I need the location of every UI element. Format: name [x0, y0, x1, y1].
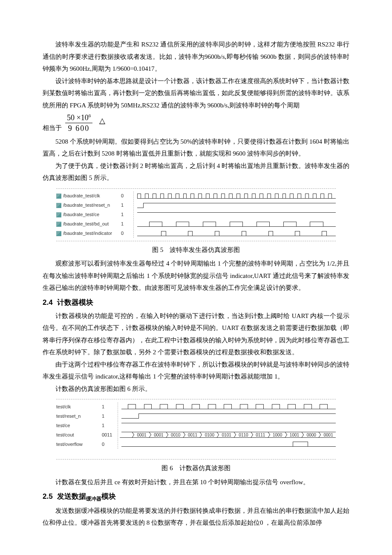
wave-icon — [56, 212, 61, 217]
para-counter-clock: 由于这两个过程中移位寄存器工作在波特率时钟下，所以计数器模块的时钟就是与波特率时… — [43, 358, 349, 383]
wave-bus-track: 0001000100100011010001010110011110001001… — [121, 431, 336, 439]
wave-track — [137, 202, 336, 209]
para-sim-setup: 为了便于仿真，使计数器计到 2 时将输出置高，之后计到 4 时将输出置地并且重新… — [43, 160, 349, 184]
heading-number: 2.4 — [43, 298, 53, 306]
formula-numerator: 50 ×10 — [67, 113, 89, 122]
wave-icon — [56, 194, 61, 199]
wave-signal-name: test/clk — [56, 402, 71, 411]
wave-label: test/cout — [56, 431, 101, 439]
wave-row: test/reset_n1 — [56, 411, 336, 421]
bus-value: 0010 — [168, 432, 183, 438]
bus-value: 1000 — [270, 432, 285, 438]
bus-value: 0100 — [202, 432, 217, 438]
heading-title-post: 模块 — [101, 492, 116, 500]
wave-init-value: 0 — [120, 229, 134, 238]
formula-exponent: 6 — [89, 113, 91, 118]
figure-5-caption: 图 5 波特率发生器仿真波形图 — [43, 244, 349, 256]
wave-init-value: 0011 — [101, 431, 118, 439]
wave-signal-name: /baudrate_test/clk — [63, 191, 100, 200]
wave-row: /baudrate_test/bd_out1 — [56, 220, 336, 229]
wave-label: test/clk — [56, 402, 101, 411]
para-observe-wave: 观察波形可以看到波特率发生器每经过 4 个时钟周期输出 1 个完整的波特率时钟周… — [43, 257, 349, 294]
wave-signal-name: test/reset_n — [56, 412, 81, 421]
wave-label: test/ce — [56, 421, 101, 430]
bus-value: 0001 — [151, 432, 166, 438]
wave-init-value: 1 — [120, 210, 134, 219]
bus-value: 0110 — [236, 432, 251, 438]
para-5208-cycles: 5208 个系统时钟周期。假如要得到占空比为 50%的波特率时钟，只要使得计数器… — [43, 136, 349, 160]
wave-signal-name: /baudrate_test/indicator — [63, 229, 112, 238]
wave-row: test/overflow0 — [56, 439, 336, 449]
wave-icon — [56, 231, 61, 236]
bus-value: 0011 — [185, 432, 200, 438]
wave-signal-name: /baudrate_test/reset_n — [63, 201, 110, 210]
para-counter-overflow: 计数器在复位后并且 ce 有效时开始计数，并且在第 10 个时钟周期输出提示信号… — [43, 476, 349, 489]
heading-2-5: 2.5发送数据缓冲器模块 — [43, 490, 349, 504]
wave-row: /baudrate_test/clk0 — [56, 191, 336, 201]
wave-row: test/cout0011000100010010001101000101011… — [56, 430, 336, 439]
wave-label: /baudrate_test/indicator — [56, 229, 120, 238]
heading-title-pre: 发送数据 — [57, 492, 86, 500]
wave-track — [137, 211, 336, 219]
wave-init-value: 0 — [120, 191, 134, 200]
wave-row: test/clk1 — [56, 402, 336, 411]
heading-number: 2.5 — [43, 492, 53, 500]
wave-row: /baudrate_test/ce1 — [56, 210, 336, 220]
wave-label: test/overflow — [56, 440, 101, 449]
bus-value — [121, 432, 132, 438]
formula-fraction: 50 ×106 9 600 △ — [65, 113, 105, 134]
wave-init-value: 1 — [120, 201, 134, 210]
wave-track — [121, 412, 336, 420]
wave-track — [137, 192, 336, 200]
wave-label: /baudrate_test/ce — [56, 210, 120, 219]
para-baudrate-intro: 波特率发生器的功能是产生和 RS232 通信所采用的波特率同步的时钟，这样才能方… — [43, 38, 349, 75]
wave-signal-name: /baudrate_test/bd_out — [63, 220, 109, 228]
formula-block: 相当于 50 ×106 9 600 △ — [43, 113, 349, 134]
wave-row: test/ce1 — [56, 421, 336, 430]
wave-row: /baudrate_test/indicator0 — [56, 229, 336, 238]
bus-value: 1001 — [287, 432, 302, 438]
heading-2-4: 2.4计数器模块 — [43, 296, 349, 309]
bus-value: 0101 — [219, 432, 234, 438]
bus-value: 0001 — [321, 432, 336, 438]
wave-init-value: 0 — [101, 440, 118, 449]
wave-signal-name: test/ce — [56, 421, 70, 430]
bus-value: 0000 — [304, 432, 319, 438]
wave-label: /baudrate_test/reset_n — [56, 201, 120, 210]
bus-value: 0001 — [134, 432, 149, 438]
wave-label: /baudrate_test/clk — [56, 191, 120, 200]
wave-track — [121, 422, 336, 429]
heading-subscript: 缓冲器 — [86, 496, 101, 502]
wave-icon — [56, 222, 61, 227]
wave-label: /baudrate_test/bd_out — [56, 220, 120, 228]
formula-denominator: 9 600 — [65, 123, 92, 134]
para-counter-func: 计数器模块的功能是可控的，在输入时钟的驱动下进行计数，当达到计数上阈时给 UAR… — [43, 310, 349, 358]
para-baudrate-design: 设计波特率时钟的基本思路就是设计一个计数器，该计数器工作在速度很高的系统时钟下，… — [43, 75, 349, 112]
wave-label: test/reset_n — [56, 412, 101, 421]
wave-track — [137, 230, 336, 237]
wave-init-value: 1 — [101, 421, 118, 430]
wave-track — [137, 220, 336, 228]
wave-icon — [56, 203, 61, 208]
wave-init-value: 1 — [120, 220, 134, 228]
wave-track — [121, 440, 336, 448]
bus-value: 0111 — [253, 432, 268, 438]
wave-signal-name: test/overflow — [56, 440, 83, 449]
wave-signal-name: test/cout — [56, 431, 74, 439]
wave-init-value: 1 — [101, 402, 118, 411]
para-tx-buffer: 发送数据缓冲器模块的功能是将要发送的并行数据转换成串行数据，并且在输出的串行数据… — [43, 505, 349, 529]
wave-init-value: 1 — [101, 412, 118, 421]
formula-prefix: 相当于 — [43, 122, 62, 134]
figure-6-caption: 图 6 计数器仿真波形图 — [43, 462, 349, 474]
figure-6-waveform: test/clk1test/reset_n1test/ce1test/cout0… — [56, 399, 336, 460]
para-counter-wave-ref: 计数器的仿真波形图如图 6 所示。 — [43, 383, 349, 395]
wave-signal-name: /baudrate_test/ce — [63, 210, 99, 219]
figure-5-waveform: /baudrate_test/clk0/baudrate_test/reset_… — [56, 188, 336, 241]
heading-title: 计数器模块 — [57, 298, 93, 306]
wave-row: /baudrate_test/reset_n1 — [56, 201, 336, 210]
delta-symbol: △ — [99, 113, 105, 128]
wave-track — [121, 403, 336, 410]
